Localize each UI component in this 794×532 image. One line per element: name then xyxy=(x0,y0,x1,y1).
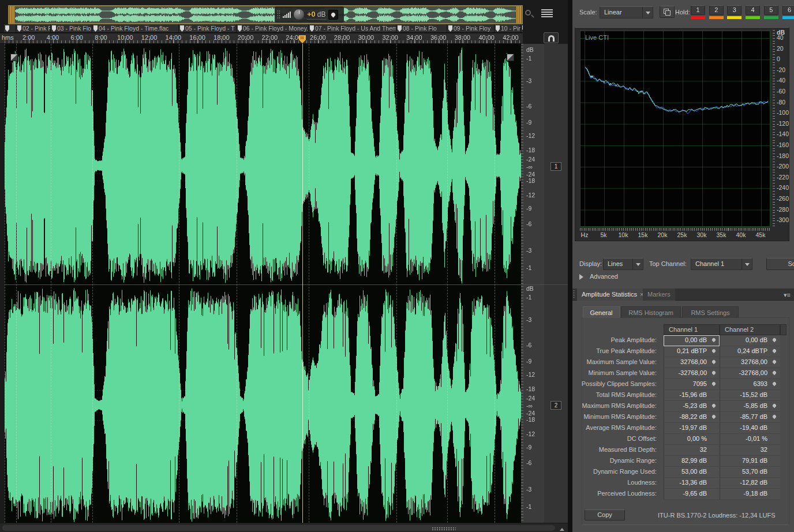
stat-cell-ch2[interactable]: 0,24 dBTP xyxy=(720,346,780,357)
tab-amplitude-statistics[interactable]: Amplitude Statistics× xyxy=(577,289,648,301)
waveform-display[interactable] xyxy=(5,44,521,523)
scroll-arrow-icon[interactable] xyxy=(560,528,564,531)
marker-pin-icon[interactable] xyxy=(772,359,777,364)
frequency-plot-area[interactable]: Live CTI xyxy=(580,31,770,227)
stat-cell-ch2[interactable]: -5,85 dB xyxy=(720,401,780,412)
advanced-section[interactable]: Advanced xyxy=(572,271,794,283)
marker-tab[interactable] xyxy=(521,24,523,33)
gain-knob[interactable] xyxy=(293,9,305,20)
column-header-channel-2[interactable]: Channel 2 xyxy=(720,324,780,335)
scale-select[interactable]: Linear xyxy=(600,6,653,18)
hold-button-1[interactable]: 1 xyxy=(691,5,705,15)
stat-cell-ch2[interactable]: 79,91 dB xyxy=(720,456,780,467)
marker-pin-icon[interactable] xyxy=(711,414,716,419)
stat-cell-ch1[interactable]: 7095 xyxy=(664,379,720,390)
tab-general[interactable]: General xyxy=(583,306,620,318)
zoom-tool-icon[interactable] xyxy=(524,9,535,20)
marker-pin-icon[interactable] xyxy=(711,370,716,375)
stat-cell-ch2[interactable]: 53,70 dB xyxy=(720,467,780,478)
channel-1-badge[interactable]: 1 xyxy=(550,162,561,171)
stat-cell-ch1[interactable]: 0,00 dB xyxy=(664,335,720,346)
marker-pin-icon[interactable] xyxy=(711,349,716,353)
stat-cell-ch1[interactable]: -32768,00 xyxy=(664,368,720,379)
marker-pin-icon[interactable] xyxy=(772,370,777,375)
marker-flag-icon[interactable] xyxy=(238,25,242,32)
stat-cell-ch1[interactable]: -19,97 dB xyxy=(664,423,720,434)
top-channel-select[interactable]: Channel 1 xyxy=(691,258,752,270)
panel-divider[interactable] xyxy=(568,0,572,532)
stat-cell-ch1[interactable]: -88,22 dB xyxy=(664,412,720,423)
channel-2-badge[interactable]: 2 xyxy=(550,401,561,410)
hold-button-3[interactable]: 3 xyxy=(727,5,741,15)
marker-tab[interactable]: 09 - Pink Floy xyxy=(447,24,495,33)
marker-tab[interactable]: 05 - Pink Floyd - T xyxy=(179,24,237,33)
gain-hud[interactable]: +0 dB xyxy=(275,6,344,23)
editor-menu-icon[interactable] xyxy=(541,9,553,18)
stat-cell-ch2[interactable]: -9,18 dB xyxy=(720,489,780,500)
snap-toggle-button[interactable] xyxy=(544,32,559,43)
gain-value[interactable]: +0 dB xyxy=(307,10,326,20)
timeline-ruler[interactable]: hms 2:004:006:008:0010:0012:0014:0016:00… xyxy=(0,33,523,44)
stereo-waveform[interactable] xyxy=(5,44,521,523)
marker-flag-icon[interactable] xyxy=(93,25,98,32)
stat-cell-ch1[interactable]: -9,65 dB xyxy=(664,489,720,500)
marker-flag-icon[interactable] xyxy=(52,25,56,32)
hold-button-6[interactable]: 6 xyxy=(782,5,794,15)
marker-flag-icon[interactable] xyxy=(310,25,314,32)
scan-button[interactable]: Scan xyxy=(766,258,794,270)
marker-flag-icon[interactable] xyxy=(448,25,452,32)
marker-tab[interactable]: 07 - Pink Floyd - Us And Them.f xyxy=(309,24,396,33)
marker-flag-icon[interactable] xyxy=(496,25,500,32)
marker-flag-icon[interactable] xyxy=(180,25,184,32)
marker-pin-icon[interactable] xyxy=(772,349,777,353)
display-select[interactable]: Lines xyxy=(603,258,643,270)
selection-start-handle[interactable] xyxy=(9,6,15,23)
panel-grip-icon[interactable] xyxy=(573,290,575,299)
marker-flag-icon[interactable] xyxy=(398,25,402,32)
stat-cell-ch1[interactable]: 32 xyxy=(664,445,720,456)
amplitude-ruler[interactable]: dB-1-3-6-9-12-18-24-∞-24-18-12-9-6-3-1dB… xyxy=(521,44,544,523)
tab-rms-histogram[interactable]: RMS Histogram xyxy=(621,306,681,318)
stat-cell-ch1[interactable]: 82,99 dB xyxy=(664,456,720,467)
file-overview-bar[interactable] xyxy=(8,5,523,24)
marker-pin-icon[interactable] xyxy=(772,403,777,408)
stat-cell-ch2[interactable]: 0,00 dB xyxy=(720,335,780,346)
marker-pin-icon[interactable] xyxy=(772,338,777,342)
panel-menu-icon[interactable]: ▾≡ xyxy=(784,291,791,299)
stat-cell-ch2[interactable]: -12,82 dB xyxy=(720,478,780,489)
marker-pin-icon[interactable] xyxy=(711,338,716,342)
marker-tab[interactable]: 04 - Pink Floyd - Time.flac xyxy=(92,24,179,33)
hud-drag-grip-icon[interactable] xyxy=(277,10,280,19)
marker-tab[interactable] xyxy=(4,24,16,33)
selection-end-handle[interactable] xyxy=(516,6,522,23)
stat-cell-ch2[interactable]: 32768,00 xyxy=(720,357,780,368)
copy-button[interactable]: Copy xyxy=(585,509,625,520)
stat-cell-ch2[interactable]: -0,01 % xyxy=(720,434,780,445)
stat-cell-ch2[interactable]: 32 xyxy=(720,445,780,456)
stat-cell-ch1[interactable]: -5,23 dB xyxy=(664,401,720,412)
marker-pin-icon[interactable] xyxy=(772,381,777,386)
stat-cell-ch2[interactable]: -32768,00 xyxy=(720,368,780,379)
scrollbar-grip-icon[interactable] xyxy=(432,527,456,530)
marker-pin-icon[interactable] xyxy=(772,414,777,419)
marker-tab[interactable]: 06 - Pink Floyd - Money.f xyxy=(237,24,309,33)
hold-button-4[interactable]: 4 xyxy=(746,5,760,15)
stat-cell-ch1[interactable]: -15,96 dB xyxy=(664,390,720,401)
stat-cell-ch2[interactable]: -15,52 dB xyxy=(720,390,780,401)
selection-corner-handle-right[interactable] xyxy=(507,54,514,61)
marker-pin-icon[interactable] xyxy=(711,403,716,408)
hold-button-5[interactable]: 5 xyxy=(764,5,778,15)
copy-graph-button[interactable] xyxy=(660,6,675,18)
marker-pin-icon[interactable] xyxy=(711,381,716,386)
hold-button-2[interactable]: 2 xyxy=(709,5,724,15)
tab-rms-settings[interactable]: RMS Settings xyxy=(682,306,739,318)
disclosure-triangle-icon[interactable] xyxy=(579,274,583,280)
stat-cell-ch2[interactable]: -85,77 dB xyxy=(720,412,780,423)
stat-cell-ch1[interactable]: 0,00 % xyxy=(664,434,720,445)
stat-cell-ch2[interactable]: -19,40 dB xyxy=(720,423,780,434)
stat-cell-ch1[interactable]: 32768,00 xyxy=(664,357,720,368)
stat-cell-ch2[interactable]: 6393 xyxy=(720,379,780,390)
marker-tab[interactable]: 02 - Pink F xyxy=(16,24,51,33)
marker-tab[interactable]: 08 - Pink Flo xyxy=(396,24,447,33)
column-header-channel-1[interactable]: Channel 1 xyxy=(664,324,720,335)
